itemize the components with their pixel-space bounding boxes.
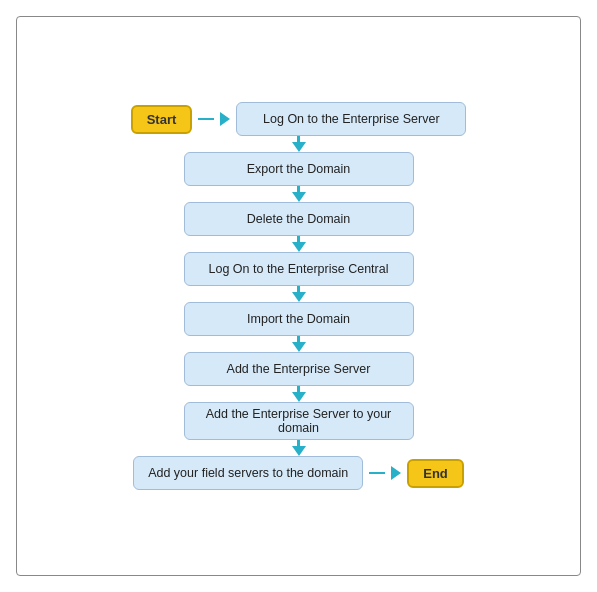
step-box-2: Export the Domain bbox=[184, 152, 414, 186]
row-2: Export the Domain bbox=[131, 152, 467, 186]
step-box-1: Log On to the Enterprise Server bbox=[236, 102, 466, 136]
row-4: Log On to the Enterprise Central bbox=[131, 252, 467, 286]
arrow-down-4 bbox=[292, 286, 306, 302]
step-box-6: Add the Enterprise Server bbox=[184, 352, 414, 386]
step-box-3: Delete the Domain bbox=[184, 202, 414, 236]
step-box-5: Import the Domain bbox=[184, 302, 414, 336]
row-3: Delete the Domain bbox=[131, 202, 467, 236]
row-6: Add the Enterprise Server bbox=[131, 352, 467, 386]
step-box-7: Add the Enterprise Server to your domain bbox=[184, 402, 414, 440]
step-box-8: Add your field servers to the domain bbox=[133, 456, 363, 490]
arrow-down-6 bbox=[292, 386, 306, 402]
arrow-down-3 bbox=[292, 236, 306, 252]
diagram-container: Start Log On to the Enterprise Server Ex… bbox=[16, 16, 581, 576]
flow-wrapper: Start Log On to the Enterprise Server Ex… bbox=[131, 102, 467, 490]
row-5: Import the Domain bbox=[131, 302, 467, 336]
h-line-end bbox=[369, 472, 385, 475]
row-7: Add the Enterprise Server to your domain bbox=[131, 402, 467, 440]
end-box: End bbox=[407, 459, 464, 488]
h-line bbox=[198, 118, 214, 121]
arrow-down-1 bbox=[292, 136, 306, 152]
arrow-down-5 bbox=[292, 336, 306, 352]
step-box-4: Log On to the Enterprise Central bbox=[184, 252, 414, 286]
end-row: Add your field servers to the domain End bbox=[131, 456, 467, 490]
start-row: Start Log On to the Enterprise Server bbox=[131, 102, 467, 136]
arrow-down-2 bbox=[292, 186, 306, 202]
arrow-right-end-icon bbox=[391, 466, 401, 480]
arrow-right-icon bbox=[220, 112, 230, 126]
arrow-down-7 bbox=[292, 440, 306, 456]
start-box: Start bbox=[131, 105, 193, 134]
